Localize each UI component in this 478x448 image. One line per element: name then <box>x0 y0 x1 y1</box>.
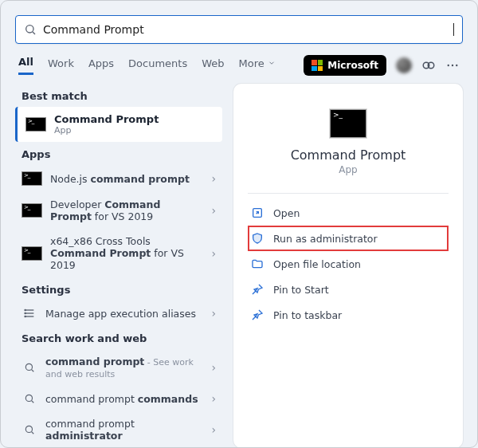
action-pin-start[interactable]: Pin to Start <box>248 277 449 302</box>
preview-subtitle: App <box>248 164 449 175</box>
svg-point-4 <box>448 65 449 66</box>
tab-more[interactable]: More <box>239 56 276 75</box>
web-result-1[interactable]: command prompt - See work and web result… <box>15 349 222 386</box>
action-run-admin[interactable]: Run as administrator <box>248 226 449 251</box>
search-input[interactable]: Command Prompt <box>37 23 453 36</box>
search-icon <box>22 424 37 435</box>
tab-more-label: More <box>239 57 264 69</box>
app-result-2-label: Developer Command Prompt for VS 2019 <box>50 198 203 222</box>
rewards-icon[interactable] <box>421 58 436 73</box>
search-icon <box>22 362 37 373</box>
app-result-3-label: x64_x86 Cross Tools Command Prompt for V… <box>50 235 203 271</box>
aliases-icon <box>22 307 37 320</box>
microsoft-badge[interactable]: Microsoft <box>304 55 386 76</box>
main-content: Best match Command Prompt App Apps Node.… <box>15 84 463 448</box>
pin-icon <box>251 283 264 296</box>
app-result-3[interactable]: x64_x86 Cross Tools Command Prompt for V… <box>15 229 222 277</box>
search-icon <box>24 23 37 36</box>
action-open-label: Open <box>273 207 300 219</box>
text-caret <box>453 23 454 36</box>
shield-icon <box>251 232 264 245</box>
command-prompt-icon <box>22 246 42 261</box>
app-result-1-label: Node.js command prompt <box>50 173 203 185</box>
svg-line-18 <box>32 432 34 434</box>
tab-apps[interactable]: Apps <box>88 56 114 75</box>
settings-heading: Settings <box>15 277 222 301</box>
search-work-web-heading: Search work and web <box>15 326 222 349</box>
svg-point-17 <box>25 426 32 433</box>
search-box[interactable]: Command Prompt <box>15 15 463 44</box>
web-result-3-label: command prompt administrator <box>45 418 203 442</box>
app-result-1[interactable]: Node.js command prompt › <box>15 165 222 192</box>
preview-pane: Command Prompt App Open Run as administr… <box>233 84 463 448</box>
chevron-right-icon: › <box>211 204 216 217</box>
svg-point-5 <box>452 65 453 66</box>
action-open-location-label: Open file location <box>273 258 361 270</box>
tabs-row: All Work Apps Documents Web More Microso… <box>15 55 463 76</box>
microsoft-badge-label: Microsoft <box>327 60 378 71</box>
action-open-location[interactable]: Open file location <box>248 251 449 277</box>
results-pane: Best match Command Prompt App Apps Node.… <box>15 84 222 448</box>
action-pin-start-label: Pin to Start <box>273 284 329 296</box>
svg-point-10 <box>25 309 25 310</box>
filter-tabs: All Work Apps Documents Web More <box>18 56 276 75</box>
tab-work[interactable]: Work <box>48 56 74 75</box>
chevron-right-icon: › <box>211 247 216 260</box>
action-pin-taskbar-label: Pin to taskbar <box>273 309 342 321</box>
settings-result-1-label: Manage app execution aliases <box>45 308 203 320</box>
chevron-right-icon: › <box>211 361 216 374</box>
command-prompt-icon <box>22 171 42 186</box>
search-icon <box>22 393 37 404</box>
settings-result-1[interactable]: Manage app execution aliases › <box>15 301 222 326</box>
svg-point-12 <box>25 316 25 316</box>
svg-line-16 <box>32 401 34 403</box>
best-match-item[interactable]: Command Prompt App <box>15 107 222 142</box>
divider <box>248 193 449 194</box>
svg-line-1 <box>33 32 35 34</box>
action-run-admin-label: Run as administrator <box>273 233 378 245</box>
apps-heading: Apps <box>15 142 222 165</box>
tab-documents[interactable]: Documents <box>128 56 187 75</box>
avatar[interactable] <box>396 57 412 73</box>
svg-point-15 <box>25 395 32 402</box>
action-open[interactable]: Open <box>248 200 449 226</box>
svg-point-0 <box>26 26 33 33</box>
web-result-2-label: command prompt commands <box>45 393 203 405</box>
app-result-2[interactable]: Developer Command Prompt for VS 2019 › <box>15 192 222 229</box>
chevron-down-icon <box>268 59 276 67</box>
best-match-subtitle: App <box>54 125 159 136</box>
chevron-right-icon: › <box>211 392 216 405</box>
command-prompt-icon <box>25 117 46 132</box>
svg-point-11 <box>25 312 25 313</box>
web-result-2[interactable]: command prompt commands › <box>15 386 222 411</box>
microsoft-logo-icon <box>311 60 323 71</box>
folder-icon <box>251 257 264 270</box>
chevron-right-icon: › <box>211 307 216 320</box>
web-result-3[interactable]: command prompt administrator › <box>15 411 222 448</box>
chevron-right-icon: › <box>211 423 216 436</box>
web-result-1-label: command prompt - See work and web result… <box>45 356 203 379</box>
action-pin-taskbar[interactable]: Pin to taskbar <box>248 302 449 328</box>
open-icon <box>251 206 264 219</box>
header-right: Microsoft <box>304 55 460 76</box>
svg-point-6 <box>456 65 457 66</box>
best-match-heading: Best match <box>15 84 222 107</box>
svg-line-14 <box>32 370 34 372</box>
chevron-right-icon: › <box>211 172 216 185</box>
command-prompt-icon <box>330 109 366 138</box>
tab-all[interactable]: All <box>18 56 33 75</box>
more-options-icon[interactable] <box>445 58 460 73</box>
command-prompt-icon <box>22 203 42 218</box>
tab-web[interactable]: Web <box>202 56 224 75</box>
best-match-title: Command Prompt <box>54 113 159 125</box>
svg-point-13 <box>25 364 32 371</box>
preview-title: Command Prompt <box>248 147 449 163</box>
pin-icon <box>251 308 264 321</box>
